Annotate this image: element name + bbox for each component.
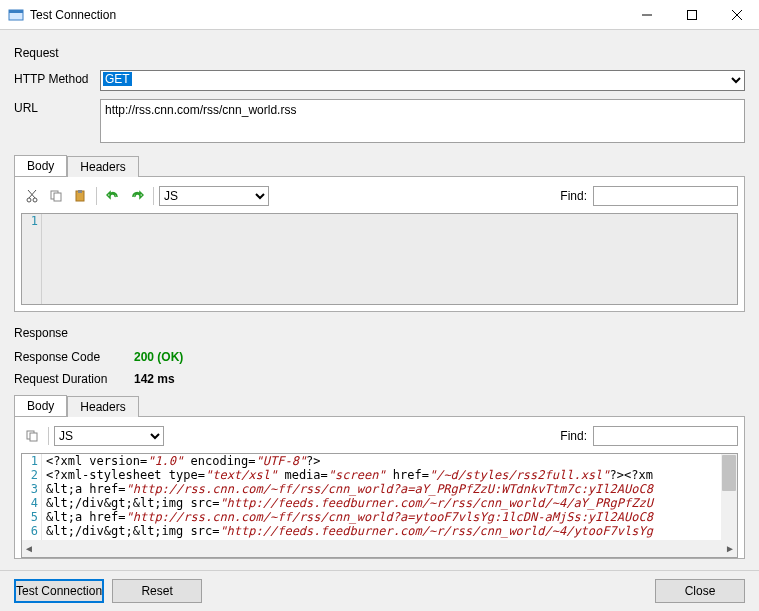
response-code-text: <?xml version="1.0" encoding="UTF-8"?> <… xyxy=(42,454,721,540)
close-window-button[interactable] xyxy=(714,0,759,30)
svg-rect-1 xyxy=(9,10,23,13)
response-language-select[interactable]: JS xyxy=(54,426,164,446)
test-connection-button[interactable]: Test Connection xyxy=(14,579,104,603)
response-section-label: Response xyxy=(14,326,745,340)
request-tabs: Body Headers JS Find: 1 xyxy=(14,154,745,312)
svg-point-7 xyxy=(33,198,37,202)
svg-rect-13 xyxy=(78,190,82,193)
app-icon xyxy=(8,7,24,23)
reset-button[interactable]: Reset xyxy=(112,579,202,603)
tab-response-headers[interactable]: Headers xyxy=(67,396,138,417)
copy-icon[interactable] xyxy=(45,185,67,207)
paste-icon[interactable] xyxy=(69,185,91,207)
svg-line-8 xyxy=(29,190,36,198)
tab-request-body[interactable]: Body xyxy=(14,155,67,176)
scroll-left-icon[interactable]: ◄ xyxy=(24,543,34,554)
copy-icon[interactable] xyxy=(21,425,43,447)
url-label: URL xyxy=(14,99,100,115)
request-duration-label: Request Duration xyxy=(14,372,134,386)
cut-icon[interactable] xyxy=(21,185,43,207)
svg-rect-11 xyxy=(54,193,61,201)
button-bar: Test Connection Reset Close xyxy=(0,570,759,611)
redo-icon[interactable] xyxy=(126,185,148,207)
request-editor-toolbar: JS Find: xyxy=(21,183,738,213)
http-method-label: HTTP Method xyxy=(14,70,100,86)
response-code-value: 200 (OK) xyxy=(134,350,183,364)
svg-rect-3 xyxy=(687,10,696,19)
request-body-editor[interactable]: 1 xyxy=(21,213,738,305)
request-language-select[interactable]: JS xyxy=(159,186,269,206)
tab-response-body[interactable]: Body xyxy=(14,395,67,416)
http-method-select[interactable]: GET xyxy=(100,70,745,91)
response-editor-toolbar: JS Find: xyxy=(21,423,738,453)
scroll-right-icon[interactable]: ► xyxy=(725,543,735,554)
request-section-label: Request xyxy=(14,46,745,60)
url-input[interactable] xyxy=(100,99,745,143)
svg-point-6 xyxy=(27,198,31,202)
svg-line-9 xyxy=(28,190,35,198)
undo-icon[interactable] xyxy=(102,185,124,207)
response-code-label: Response Code xyxy=(14,350,134,364)
titlebar: Test Connection xyxy=(0,0,759,30)
request-find-input[interactable] xyxy=(593,186,738,206)
maximize-button[interactable] xyxy=(669,0,714,30)
close-button[interactable]: Close xyxy=(655,579,745,603)
request-find-label: Find: xyxy=(560,189,587,203)
response-body-editor[interactable]: 1 2 3 4 5 6 <?xml version="1.0" encoding… xyxy=(22,454,737,540)
response-find-input[interactable] xyxy=(593,426,738,446)
response-tabs: Body Headers JS Find: 1 xyxy=(14,394,745,559)
vertical-scrollbar[interactable] xyxy=(721,454,737,540)
tab-request-headers[interactable]: Headers xyxy=(67,156,138,177)
response-find-label: Find: xyxy=(560,429,587,443)
horizontal-scrollbar[interactable]: ◄ ► xyxy=(22,540,737,557)
minimize-button[interactable] xyxy=(624,0,669,30)
request-duration-value: 142 ms xyxy=(134,372,175,386)
window-title: Test Connection xyxy=(30,8,624,22)
svg-rect-15 xyxy=(30,433,37,441)
